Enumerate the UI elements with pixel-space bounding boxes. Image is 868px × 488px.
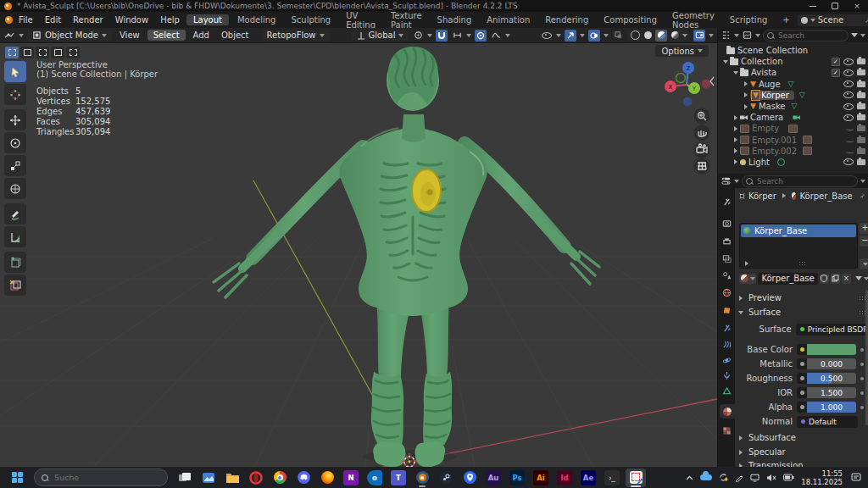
viewport-3d[interactable]: Object Mode View Select Add Object Retop… — [0, 28, 717, 467]
workspace-tab-geometrynodes[interactable]: Geometry Nodes — [665, 10, 721, 30]
render-toggle-icon[interactable] — [857, 125, 865, 131]
tool-retopo-cut[interactable] — [4, 274, 26, 296]
tab-object[interactable] — [718, 303, 735, 318]
onedrive-tray-icon[interactable] — [700, 474, 712, 480]
material-slot-list[interactable]: Körper_Base — [739, 223, 858, 269]
shading-rendered-icon[interactable] — [670, 30, 680, 42]
alpha-slider[interactable]: 1.000 — [807, 402, 856, 413]
workspace-tab-uvediting[interactable]: UV Editing — [339, 10, 382, 30]
outliner-row-empty[interactable]: Empty — [718, 123, 868, 134]
select-mode-new[interactable] — [5, 47, 19, 58]
blender-menu-icon[interactable] — [5, 16, 13, 24]
transform-orientation[interactable]: Global — [352, 30, 409, 42]
workspace-tab-modeling[interactable]: Modeling — [231, 14, 283, 25]
pan-button[interactable] — [694, 125, 710, 141]
render-toggle-icon[interactable] — [857, 137, 865, 143]
caret-right-icon[interactable] — [744, 81, 748, 86]
remove-slot-button[interactable]: − — [860, 236, 868, 247]
menu-edit[interactable]: Edit — [39, 15, 67, 25]
snap-magnet-icon[interactable] — [436, 30, 448, 42]
chrome-browser-icon[interactable] — [270, 469, 290, 487]
mode-selector[interactable]: Object Mode — [27, 30, 112, 42]
adobe-audition-icon[interactable]: Au — [483, 469, 504, 487]
hide-toggle-icon[interactable] — [843, 80, 854, 87]
hide-toggle-icon[interactable] — [843, 58, 854, 65]
pivot-point-icon[interactable] — [412, 30, 424, 42]
unlink-material-icon[interactable]: × — [842, 274, 851, 284]
viewport-render-toggle-icon[interactable] — [693, 30, 705, 42]
outliner-row-collection[interactable]: Collection ✓ — [718, 56, 868, 67]
tab-output[interactable] — [718, 235, 735, 249]
outliner-row-scene-collection[interactable]: Scene Collection — [718, 45, 868, 56]
tool-transform[interactable] — [4, 178, 26, 199]
menu-file[interactable]: File — [13, 15, 39, 25]
tool-scale[interactable] — [4, 155, 26, 176]
caret-down-icon[interactable] — [723, 60, 728, 64]
scene-selector[interactable]: Scene ↗ + × — [798, 14, 868, 26]
copy-material-icon[interactable] — [831, 274, 840, 284]
retopoflow-menu[interactable]: RetopoFlow — [262, 30, 330, 42]
tool-annotate[interactable] — [4, 203, 26, 225]
hide-toggle-icon[interactable] — [843, 158, 854, 165]
outliner-row-avista[interactable]: Avista ✓ — [718, 67, 868, 78]
roughness-slider[interactable]: 0.500 — [807, 373, 856, 384]
outliner-row-light[interactable]: Light — [718, 157, 868, 168]
caret-right-icon[interactable] — [734, 126, 737, 131]
outliner-row-camera[interactable]: Camera — [718, 112, 868, 123]
gizmos-toggle-icon[interactable] — [565, 30, 576, 42]
tool-rotate[interactable] — [4, 132, 26, 153]
section-preview[interactable]: Preview — [737, 291, 867, 304]
workspace-tab-animation[interactable]: Animation — [480, 14, 537, 25]
properties-search[interactable] — [742, 175, 858, 187]
render-toggle-icon[interactable] — [857, 58, 865, 64]
workspace-tab-rendering[interactable]: Rendering — [538, 14, 595, 25]
hidden-eye-icon[interactable] — [846, 138, 854, 142]
breadcrumb-object[interactable]: Körper — [748, 191, 776, 201]
pin-icon[interactable]: ↗ — [865, 15, 868, 25]
tab-object-data[interactable] — [718, 384, 735, 398]
section-specular[interactable]: Specular — [737, 446, 867, 458]
taskbar-search[interactable] — [34, 469, 168, 486]
outliner-row-empty-002[interactable]: Empty.002 — [718, 146, 868, 157]
drag-handle-icon[interactable] — [798, 261, 807, 266]
tab-physics[interactable] — [718, 353, 735, 368]
overlays-toggle-icon[interactable] — [588, 30, 600, 42]
discord-app-icon[interactable] — [293, 469, 314, 487]
outliner-editor-icon[interactable] — [721, 30, 732, 42]
snipping-tool-icon[interactable] — [626, 469, 646, 487]
tool-cursor[interactable] — [4, 84, 26, 105]
breadcrumb-material[interactable]: Körper_Base — [799, 191, 852, 201]
filter-icon[interactable] — [855, 276, 862, 280]
base-color-swatch[interactable] — [807, 344, 856, 355]
menu-render[interactable]: Render — [67, 15, 109, 25]
render-toggle-icon[interactable] — [857, 69, 865, 75]
adobe-aftereffects-icon[interactable]: Ae — [578, 469, 598, 487]
workspace-tab-sculpting[interactable]: Sculpting — [284, 14, 337, 25]
tool-select-box[interactable] — [4, 61, 26, 82]
add-workspace-button[interactable]: + — [776, 14, 796, 25]
keyframe-dot[interactable] — [860, 377, 864, 380]
keyframe-dot[interactable] — [860, 406, 864, 409]
teams-app-icon[interactable]: T — [388, 469, 409, 487]
pin-icon[interactable] — [860, 191, 865, 200]
hide-toggle-icon[interactable] — [843, 69, 854, 76]
outliner-row-koerper[interactable]: ▼ Körper ▽ — [718, 90, 868, 101]
snap-target-icon[interactable] — [451, 30, 463, 42]
caret-right-icon[interactable] — [734, 115, 737, 120]
collection-checkbox[interactable]: ✓ — [832, 69, 840, 77]
collection-checkbox[interactable]: ✓ — [832, 58, 840, 66]
gizmo-axis-neg-x[interactable] — [702, 80, 711, 89]
proportional-editing-icon[interactable] — [475, 30, 487, 42]
shading-solid-icon[interactable] — [643, 30, 653, 42]
minimize-button[interactable] — [802, 0, 824, 12]
caret-right-icon[interactable] — [734, 159, 737, 164]
tab-material[interactable] — [720, 404, 735, 419]
tab-texture[interactable] — [718, 424, 735, 438]
render-toggle-icon[interactable] — [857, 103, 865, 109]
select-mode-intersect[interactable] — [66, 47, 80, 58]
tab-tool[interactable] — [718, 195, 735, 209]
caret-right-icon[interactable] — [745, 261, 748, 266]
render-toggle-icon[interactable] — [857, 81, 865, 87]
volume-muted-icon[interactable] — [766, 474, 776, 482]
terminal-app-icon[interactable]: ›_ — [602, 469, 622, 487]
